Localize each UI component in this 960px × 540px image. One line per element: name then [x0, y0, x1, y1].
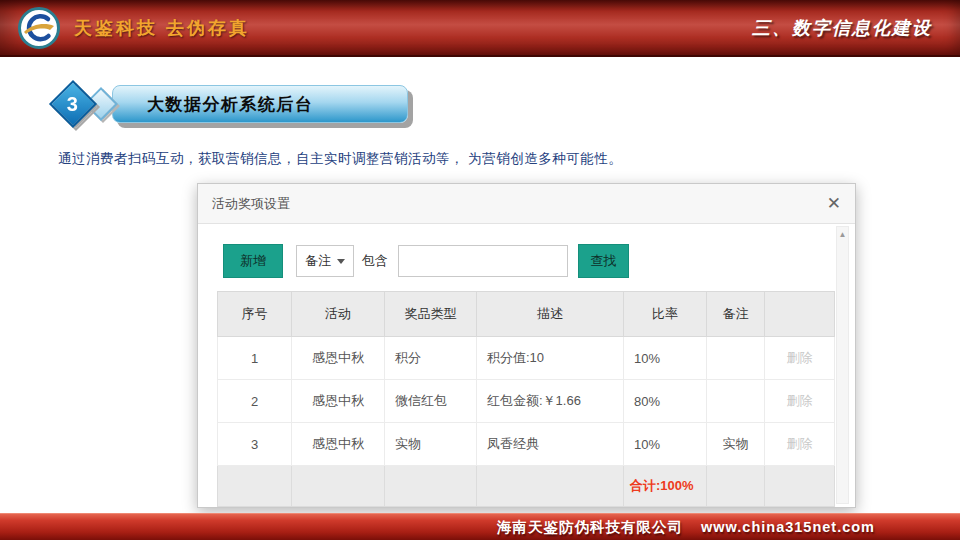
- footer-empty: [707, 466, 765, 507]
- footer-empty: [385, 466, 477, 507]
- delete-button[interactable]: 删除: [765, 380, 835, 423]
- company-logo-icon: [18, 7, 60, 49]
- cell-ratio: 10%: [624, 337, 707, 380]
- cell-remark: 实物: [707, 423, 765, 466]
- scroll-up-icon[interactable]: ▲: [839, 230, 847, 503]
- footer-empty: [765, 466, 835, 507]
- close-icon[interactable]: ✕: [827, 195, 841, 212]
- col-remark: 备注: [707, 292, 765, 337]
- cell-ratio: 80%: [624, 380, 707, 423]
- table-row: 1 感恩中秋 积分 积分值:10 10% 删除: [218, 337, 835, 380]
- col-ratio: 比率: [624, 292, 707, 337]
- contains-label: 包含: [362, 244, 388, 278]
- search-input[interactable]: [398, 245, 568, 277]
- delete-button[interactable]: 删除: [765, 423, 835, 466]
- cell-activity: 感恩中秋: [292, 380, 385, 423]
- cell-activity: 感恩中秋: [292, 423, 385, 466]
- filter-select-label: 备注: [305, 252, 331, 270]
- logo-text: 天鉴科技 去伪存真: [74, 0, 250, 55]
- cell-description: 积分值:10: [477, 337, 624, 380]
- prize-settings-modal: 活动奖项设置 ✕ 新增 备注 包含 查找 序号 活动 奖品: [197, 183, 856, 508]
- cell-prize-type: 实物: [385, 423, 477, 466]
- col-actions: [765, 292, 835, 337]
- cell-remark: [707, 337, 765, 380]
- footer-empty: [218, 466, 292, 507]
- filter-select[interactable]: 备注: [296, 245, 354, 277]
- cell-activity: 感恩中秋: [292, 337, 385, 380]
- table-row: 2 感恩中秋 微信红包 红包金额:￥1.66 80% 删除: [218, 380, 835, 423]
- cell-seq: 2: [218, 380, 292, 423]
- col-prize-type: 奖品类型: [385, 292, 477, 337]
- table-row: 3 感恩中秋 实物 凤香经典 10% 实物 删除: [218, 423, 835, 466]
- number-badge: 3: [49, 80, 97, 128]
- modal-header: 活动奖项设置 ✕: [198, 184, 855, 224]
- ratio-total: 合计:100%: [624, 466, 707, 507]
- cell-seq: 1: [218, 337, 292, 380]
- footer-empty: [292, 466, 385, 507]
- col-seq: 序号: [218, 292, 292, 337]
- website-url: www.china315net.com: [701, 519, 875, 535]
- prize-table: 序号 活动 奖品类型 描述 比率 备注 1 感恩中秋 积分 积分值:10: [217, 291, 834, 507]
- cell-description: 凤香经典: [477, 423, 624, 466]
- cell-seq: 3: [218, 423, 292, 466]
- cell-prize-type: 积分: [385, 337, 477, 380]
- top-bar: 天鉴科技 去伪存真 三、数字信息化建设: [0, 0, 960, 57]
- slide-description: 通过消费者扫码互动，获取营销信息，自主实时调整营销活动等， 为营销创造多种可能性…: [58, 150, 622, 168]
- section-title: 三、数字信息化建设: [752, 0, 932, 55]
- cell-ratio: 10%: [624, 423, 707, 466]
- table-footer-row: 合计:100%: [218, 466, 835, 507]
- company-name: 海南天鉴防伪科技有限公司: [497, 518, 683, 537]
- search-button[interactable]: 查找: [578, 244, 629, 278]
- cell-remark: [707, 380, 765, 423]
- cell-description: 红包金额:￥1.66: [477, 380, 624, 423]
- col-description: 描述: [477, 292, 624, 337]
- col-activity: 活动: [292, 292, 385, 337]
- cell-prize-type: 微信红包: [385, 380, 477, 423]
- title-banner: 大数据分析系统后台: [112, 85, 408, 123]
- delete-button[interactable]: 删除: [765, 337, 835, 380]
- footer-bar: 海南天鉴防伪科技有限公司 www.china315net.com: [0, 513, 960, 540]
- caret-down-icon: [337, 259, 345, 264]
- footer-empty: [477, 466, 624, 507]
- modal-scrollbar[interactable]: ▲: [836, 226, 849, 504]
- badge-number: 3: [67, 93, 78, 116]
- table-header-row: 序号 活动 奖品类型 描述 比率 备注: [218, 292, 835, 337]
- add-button[interactable]: 新增: [223, 244, 283, 278]
- page-title: 大数据分析系统后台: [147, 93, 314, 116]
- modal-title: 活动奖项设置: [212, 195, 290, 213]
- slide: 天鉴科技 去伪存真 三、数字信息化建设 3 大数据分析系统后台 通过消费者扫码互…: [0, 0, 960, 540]
